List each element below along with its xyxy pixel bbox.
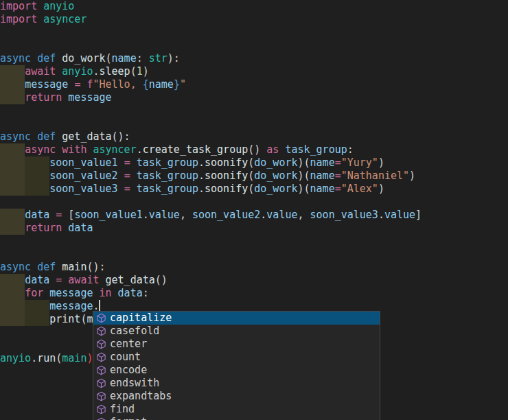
- code-line[interactable]: return data: [0, 222, 508, 235]
- suggestion-label: expandtabs: [110, 390, 172, 403]
- code-text: async def do_work(name: str):: [0, 52, 180, 65]
- suggestion-label: find: [110, 403, 135, 416]
- code-text: soon_value3 = task_group.soonify(do_work…: [0, 183, 384, 195]
- suggestion-item-expandtabs[interactable]: expandtabs: [93, 390, 380, 403]
- suggestion-label: casefold: [110, 325, 159, 338]
- code-line[interactable]: [0, 235, 508, 248]
- code-line[interactable]: [0, 26, 508, 39]
- code-line[interactable]: async def do_work(name: str):: [0, 52, 508, 65]
- code-line[interactable]: soon_value2 = task_group.soonify(do_work…: [0, 170, 508, 183]
- suggestion-item-endswith[interactable]: endswith: [93, 377, 380, 390]
- code-text: async def main():: [0, 261, 106, 273]
- code-line[interactable]: return message: [0, 91, 508, 104]
- code-line[interactable]: import asyncer: [0, 13, 508, 26]
- code-text: data = [soon_value1.value, soon_value2.v…: [0, 209, 422, 221]
- code-line[interactable]: async with asyncer.create_task_group() a…: [0, 143, 508, 156]
- method-icon: [96, 365, 106, 375]
- suggestion-item-count[interactable]: count: [93, 351, 380, 364]
- code-line[interactable]: data = await get_data(): [0, 274, 508, 287]
- suggestion-item-casefold[interactable]: casefold: [93, 325, 380, 338]
- autocomplete-popup[interactable]: capitalizecasefoldcentercountencodeendsw…: [93, 311, 380, 420]
- code-editor: import anyioimport asyncerasync def do_w…: [0, 0, 508, 420]
- suggestion-item-format[interactable]: format: [93, 416, 380, 420]
- code-text: data = await get_data(): [0, 274, 168, 286]
- suggestion-item-encode[interactable]: encode: [93, 364, 380, 377]
- code-line[interactable]: [0, 104, 508, 117]
- code-text: import anyio: [0, 0, 74, 12]
- code-line[interactable]: message = f"Hello, {name}": [0, 78, 508, 91]
- suggestion-label: format: [110, 416, 147, 420]
- method-icon: [96, 339, 106, 349]
- code-line[interactable]: await anyio.sleep(1): [0, 65, 508, 78]
- method-icon: [96, 326, 106, 336]
- method-icon: [96, 352, 106, 362]
- method-icon: [96, 404, 106, 415]
- method-icon: [96, 417, 106, 420]
- code-line[interactable]: async def main():: [0, 261, 508, 274]
- code-line[interactable]: [0, 39, 508, 52]
- code-text: print(me: [0, 313, 100, 325]
- code-line[interactable]: async def get_data():: [0, 130, 508, 143]
- method-icon: [96, 313, 106, 323]
- method-icon: [96, 378, 106, 388]
- suggestion-item-capitalize[interactable]: capitalize: [93, 312, 380, 325]
- code-text: anyio.run(main): [0, 352, 93, 364]
- code-line[interactable]: soon_value1 = task_group.soonify(do_work…: [0, 156, 508, 170]
- suggestion-label: capitalize: [110, 312, 172, 325]
- code-text: import asyncer: [0, 13, 86, 25]
- method-icon: [96, 391, 106, 401]
- code-line[interactable]: data = [soon_value1.value, soon_value2.v…: [0, 209, 508, 222]
- code-line[interactable]: import anyio: [0, 0, 508, 13]
- code-text: await anyio.sleep(1): [0, 65, 149, 78]
- code-text: soon_value1 = task_group.soonify(do_work…: [0, 156, 384, 169]
- code-text: message = f"Hello, {name}": [0, 78, 186, 91]
- code-text: async def get_data():: [0, 130, 130, 143]
- code-line[interactable]: for message in data:: [0, 287, 508, 300]
- suggestion-label: endswith: [110, 377, 159, 390]
- suggestion-label: encode: [110, 364, 147, 377]
- code-line[interactable]: [0, 248, 508, 261]
- suggestion-label: center: [110, 338, 147, 351]
- code-text: async with asyncer.create_task_group() a…: [0, 143, 354, 156]
- code-text: return data: [0, 222, 93, 234]
- code-text: message.: [0, 300, 100, 312]
- code-line[interactable]: soon_value3 = task_group.soonify(do_work…: [0, 183, 508, 196]
- suggestion-label: count: [110, 351, 141, 364]
- code-text: for message in data:: [0, 287, 149, 299]
- code-text: return message: [0, 91, 112, 104]
- suggestion-item-find[interactable]: find: [93, 403, 380, 416]
- code-line[interactable]: [0, 196, 508, 209]
- suggestion-item-center[interactable]: center: [93, 338, 380, 351]
- code-line[interactable]: [0, 117, 508, 130]
- code-text: soon_value2 = task_group.soonify(do_work…: [0, 170, 415, 182]
